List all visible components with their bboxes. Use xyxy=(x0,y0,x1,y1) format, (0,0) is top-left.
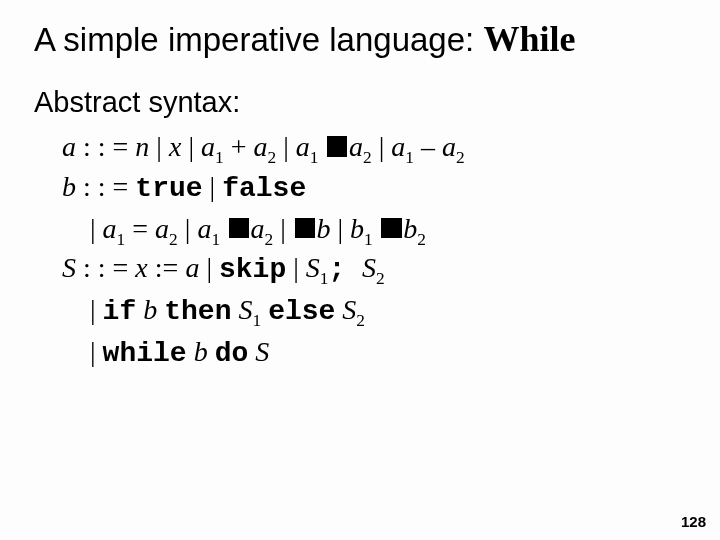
slide-content: A simple imperative language: While Abst… xyxy=(0,0,720,374)
grammar-line-s1: S : : = x := a | skip | S1; S2 xyxy=(62,248,686,290)
placeholder-glyph-icon xyxy=(229,218,249,238)
grammar-line-s2: | if b then S1 else S2 xyxy=(62,290,686,332)
grammar-line-b2: | a1 = a2 | a1 a2 | b | b1 b2 xyxy=(62,209,686,249)
grammar-line-s3: | while b do S xyxy=(62,332,686,374)
page-number: 128 xyxy=(681,513,706,530)
placeholder-glyph-icon xyxy=(295,218,315,238)
grammar-line-a: a : : = n | x | a1 + a2 | a1 a2 | a1 – a… xyxy=(62,127,686,167)
grammar-block: a : : = n | x | a1 + a2 | a1 a2 | a1 – a… xyxy=(34,127,686,374)
grammar-line-b1: b : : = true | false xyxy=(62,167,686,209)
slide-title: A simple imperative language: While xyxy=(34,18,686,60)
language-name: While xyxy=(483,19,575,59)
title-text: A simple imperative language: xyxy=(34,21,483,58)
placeholder-glyph-icon xyxy=(327,136,347,156)
placeholder-glyph-icon xyxy=(381,218,401,238)
section-heading: Abstract syntax: xyxy=(34,86,686,119)
